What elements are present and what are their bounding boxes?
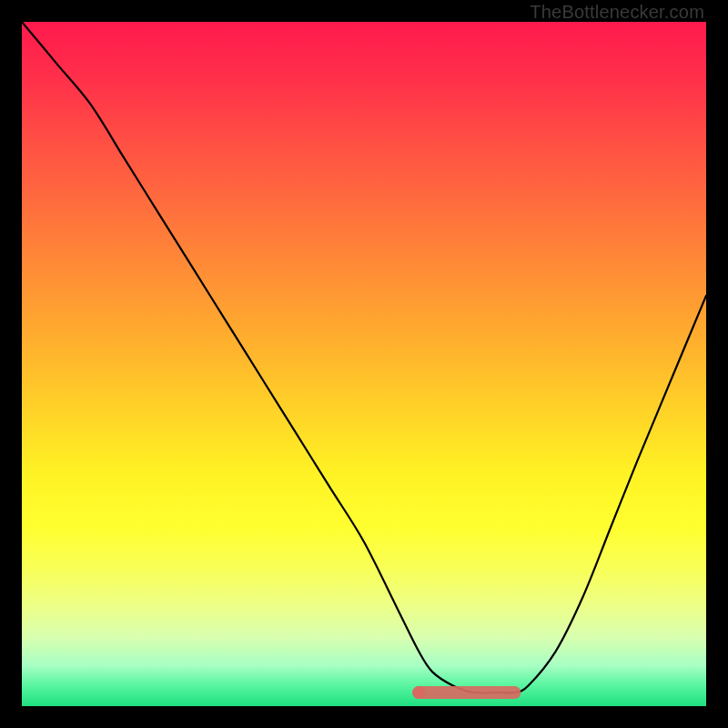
optimal-start-dot — [412, 686, 425, 699]
plot-area — [22, 22, 706, 706]
attribution-label: TheBottlenecker.com — [530, 2, 704, 23]
bottleneck-curve — [22, 22, 706, 693]
curve-svg — [22, 22, 706, 706]
chart-frame: TheBottlenecker.com — [0, 0, 728, 728]
